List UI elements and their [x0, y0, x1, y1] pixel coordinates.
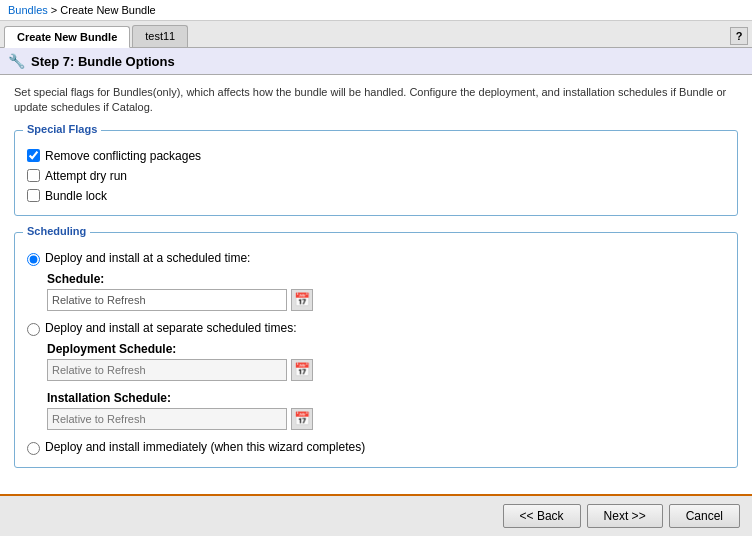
- checkbox-dry-run-input[interactable]: [27, 169, 40, 182]
- special-flags-section: Special Flags Remove conflicting package…: [14, 130, 738, 216]
- installation-calendar-button[interactable]: 📅: [291, 408, 313, 430]
- step-icon: 🔧: [8, 53, 25, 69]
- breadcrumb-link[interactable]: Bundles: [8, 4, 48, 16]
- special-flags-legend: Special Flags: [23, 123, 101, 135]
- radio-immediate-row: Deploy and install immediately (when thi…: [27, 440, 725, 455]
- checkbox-dry-run-label: Attempt dry run: [45, 169, 127, 183]
- checkbox-dry-run: Attempt dry run: [27, 169, 725, 183]
- step-title: Step 7: Bundle Options: [31, 54, 175, 69]
- step-header: 🔧 Step 7: Bundle Options: [0, 48, 752, 75]
- radio-combined-label: Deploy and install at a scheduled time:: [45, 251, 250, 265]
- schedule-label: Schedule:: [47, 272, 725, 286]
- help-button[interactable]: ?: [730, 27, 748, 45]
- radio-combined-input[interactable]: [27, 253, 40, 266]
- checkbox-remove-conflicting: Remove conflicting packages: [27, 149, 725, 163]
- schedule-calendar-button[interactable]: 📅: [291, 289, 313, 311]
- button-bar: << Back Next >> Cancel: [0, 494, 752, 536]
- deployment-schedule-input[interactable]: [47, 359, 287, 381]
- installation-schedule-label: Installation Schedule:: [47, 391, 725, 405]
- schedule-input[interactable]: [47, 289, 287, 311]
- checkbox-bundle-lock-label: Bundle lock: [45, 189, 107, 203]
- checkbox-remove-conflicting-label: Remove conflicting packages: [45, 149, 201, 163]
- combined-schedule-sub: Schedule: 📅: [47, 272, 725, 311]
- radio-immediate-label: Deploy and install immediately (when thi…: [45, 440, 365, 454]
- cancel-button[interactable]: Cancel: [669, 504, 740, 528]
- scheduling-section: Scheduling Deploy and install at a sched…: [14, 232, 738, 468]
- description-text: Set special flags for Bundles(only), whi…: [14, 85, 738, 116]
- installation-schedule-input-row: 📅: [47, 408, 725, 430]
- radio-separate-label: Deploy and install at separate scheduled…: [45, 321, 296, 335]
- checkbox-bundle-lock-input[interactable]: [27, 189, 40, 202]
- tab-create-new-bundle[interactable]: Create New Bundle: [4, 26, 130, 48]
- checkbox-remove-conflicting-input[interactable]: [27, 149, 40, 162]
- radio-separate-input[interactable]: [27, 323, 40, 336]
- next-button[interactable]: Next >>: [587, 504, 663, 528]
- radio-separate-row: Deploy and install at separate scheduled…: [27, 321, 725, 336]
- checkbox-bundle-lock: Bundle lock: [27, 189, 725, 203]
- back-button[interactable]: << Back: [503, 504, 581, 528]
- deployment-calendar-button[interactable]: 📅: [291, 359, 313, 381]
- deployment-schedule-label: Deployment Schedule:: [47, 342, 725, 356]
- tab-test11[interactable]: test11: [132, 25, 188, 47]
- schedule-input-row: 📅: [47, 289, 725, 311]
- deployment-schedule-input-row: 📅: [47, 359, 725, 381]
- breadcrumb-separator: >: [51, 4, 57, 16]
- main-content: Set special flags for Bundles(only), whi…: [0, 75, 752, 515]
- separate-schedule-sub: Deployment Schedule: 📅 Installation Sche…: [47, 342, 725, 430]
- scheduling-legend: Scheduling: [23, 225, 90, 237]
- breadcrumb: Bundles > Create New Bundle: [0, 0, 752, 21]
- breadcrumb-current: Create New Bundle: [60, 4, 155, 16]
- radio-immediate-input[interactable]: [27, 442, 40, 455]
- radio-combined-row: Deploy and install at a scheduled time:: [27, 251, 725, 266]
- installation-schedule-input[interactable]: [47, 408, 287, 430]
- tab-bar: Create New Bundle test11 ?: [0, 21, 752, 48]
